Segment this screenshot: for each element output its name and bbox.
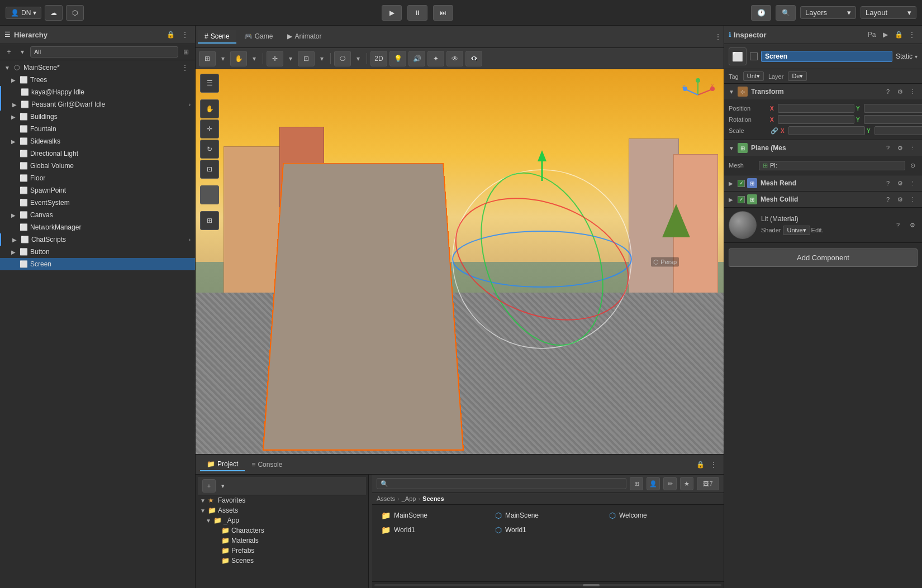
scale-link-icon[interactable]: 🔗 [770, 126, 779, 135]
tree-item-app[interactable]: ▼ 📁 _App [198, 515, 366, 525]
mesh-collider-checkbox[interactable]: ✓ [738, 196, 745, 203]
scene-tab-more-icon[interactable]: ⋮ [715, 33, 721, 41]
hierarchy-item-mainscene[interactable]: ▼ ⬡ MainScene* ⋮ [0, 61, 195, 74]
mesh-target-icon[interactable]: ⊙ [907, 160, 918, 170]
mesh-renderer-checkbox[interactable]: ✓ [738, 180, 745, 187]
breadcrumb-app[interactable]: _App [402, 495, 416, 502]
rotation-x-input[interactable] [778, 115, 854, 124]
hierarchy-item-chatscripts[interactable]: ▶ ⬜ ChatScripts › [0, 233, 195, 246]
rect-tool-button[interactable] [200, 185, 219, 204]
scene-tab-scene[interactable]: # Scene [198, 30, 236, 44]
hand-tool-button[interactable]: ✋ [200, 99, 219, 118]
project-file-mainscene-folder[interactable]: 📁 MainScene [377, 509, 488, 522]
scale-y-input[interactable] [875, 126, 922, 135]
transform-header[interactable]: ▼ ⊹ Transform ? ⚙ ⋮ [724, 84, 922, 99]
transform-more-icon[interactable]: ⋮ [907, 87, 918, 97]
hierarchy-search-input[interactable] [30, 46, 178, 58]
hierarchy-add-button[interactable]: + [3, 46, 15, 58]
project-tab[interactable]: 📁 Project [200, 458, 245, 471]
user-button[interactable]: 👤 DN ▾ [6, 7, 41, 19]
tool-dropdown-icon2[interactable]: ▾ [249, 51, 259, 66]
tree-item-assets[interactable]: ▼ 📁 Assets [198, 505, 366, 515]
scene-tool-effects[interactable]: ✦ [427, 51, 444, 66]
tool-dropdown-icon4[interactable]: ▾ [317, 51, 327, 66]
pause-button[interactable]: ⏸ [407, 5, 427, 21]
project-scrollbar[interactable] [372, 581, 724, 588]
inspector-pin-icon[interactable]: 🔒 [893, 29, 904, 40]
layers-dropdown[interactable]: Layers ▾ [800, 6, 856, 19]
mesh-collider-help-icon[interactable]: ? [883, 194, 893, 204]
scene-tool-2[interactable]: ✋ [230, 51, 247, 66]
layout-dropdown[interactable]: Layout ▾ [861, 6, 916, 19]
project-file-world1-unity[interactable]: ⬡ World1 [491, 524, 602, 536]
tool-dropdown-icon[interactable]: ▾ [218, 51, 228, 66]
material-edit-btn[interactable]: Edit. [812, 225, 823, 235]
hierarchy-item-screen[interactable]: ▶ ⬜ Screen [0, 258, 195, 270]
hierarchy-item-networkmanager[interactable]: ▶ ⬜ NetworkManager [0, 221, 195, 233]
project-file-world1-folder[interactable]: 📁 World1 [377, 524, 488, 536]
scene-tool-light[interactable]: 💡 [389, 51, 406, 66]
hierarchy-item-kaya[interactable]: ▶ ⬜ kaya@Happy Idle [0, 86, 195, 98]
breadcrumb-assets[interactable]: Assets [377, 495, 395, 502]
scene-tool-rect[interactable]: ⊡ [298, 51, 315, 66]
tree-item-prefabs[interactable]: ▶ 📁 Prefabs [198, 546, 366, 556]
mesh-collider-settings-icon[interactable]: ⚙ [895, 194, 905, 204]
inspector-active-checkbox[interactable] [750, 52, 758, 60]
scene-tool-eye2[interactable]: 👁‍🗨 [465, 51, 482, 66]
hierarchy-item-button[interactable]: ▶ ⬜ Button [0, 246, 195, 258]
mesh-renderer-more-icon[interactable]: ⋮ [907, 178, 918, 188]
project-icon-btn3[interactable]: ✏ [663, 477, 677, 490]
inspector-pa-icon[interactable]: Pa [866, 29, 877, 40]
tag-dropdown[interactable]: Unt▾ [743, 71, 764, 81]
mesh-renderer-help-icon[interactable]: ? [883, 178, 893, 188]
add-component-button[interactable]: Add Component [729, 248, 918, 267]
project-icon-btn1[interactable]: ⊞ [630, 477, 643, 490]
scene-tool-1[interactable]: ⊞ [199, 51, 216, 66]
scene-viewport[interactable]: ☰ ✋ ✛ ↻ ⊡ ⊞ ⬡ Persp [196, 69, 724, 454]
hierarchy-item-trees[interactable]: ▶ ⬜ Trees [0, 74, 195, 86]
material-settings-icon[interactable]: ⚙ [907, 220, 918, 230]
scene-tab-game[interactable]: 🎮 Game [237, 30, 280, 44]
play-button[interactable]: ▶ [382, 5, 402, 21]
hierarchy-item-sidewalks[interactable]: ▶ ⬜ Sidewalks [0, 135, 195, 147]
rotation-y-input[interactable] [864, 115, 922, 124]
material-help-icon[interactable]: ? [893, 220, 903, 230]
hierarchy-item-canvas[interactable]: ▶ ⬜ Canvas [0, 209, 195, 221]
scene-tool-audio[interactable]: 🔊 [408, 51, 425, 66]
hierarchy-item-fountain[interactable]: ▶ ⬜ Fountain [0, 123, 195, 135]
scene-tool-hidden[interactable]: 👁 [446, 51, 463, 66]
bottom-more-icon[interactable]: ⋮ [708, 459, 719, 470]
position-y-input[interactable] [864, 104, 922, 113]
hierarchy-item-buildings[interactable]: ▶ ⬜ Buildings [0, 111, 195, 123]
hierarchy-more-icon[interactable]: ⋮ [179, 29, 191, 40]
transform-settings-icon[interactable]: ⚙ [895, 87, 905, 97]
hierarchy-item-globalvol[interactable]: ▶ ⬜ Global Volume [0, 160, 195, 172]
hierarchy-item-floor[interactable]: ▶ ⬜ Floor [0, 172, 195, 184]
scale-x-input[interactable] [788, 126, 865, 135]
plane-mesh-settings-icon[interactable]: ⚙ [895, 143, 905, 153]
inspector-name-input[interactable] [761, 51, 892, 62]
scene-tab-animator[interactable]: ▶ Animator [281, 30, 328, 44]
project-icon-btn2[interactable]: 👤 [647, 477, 660, 490]
project-add-arrow-icon[interactable]: ▾ [219, 479, 227, 493]
mesh-renderer-header[interactable]: ▶ ✓ ⊞ Mesh Rend ? ⚙ ⋮ [724, 175, 922, 191]
project-search-input[interactable] [377, 478, 626, 489]
cloud-button[interactable]: ☁ [45, 5, 63, 21]
tree-item-materials[interactable]: ▶ 📁 Materials [198, 536, 366, 546]
inspector-more-icon[interactable]: ⋮ [906, 29, 918, 40]
console-tab[interactable]: ≡ Console [245, 458, 289, 471]
scene-tool-move[interactable]: ✛ [267, 51, 283, 66]
mesh-renderer-settings-icon[interactable]: ⚙ [895, 178, 905, 188]
hierarchy-search-icon[interactable]: ⊞ [180, 46, 192, 58]
plane-mesh-more-icon[interactable]: ⋮ [907, 143, 918, 153]
tree-item-scenes[interactable]: ▶ 📁 Scenes [198, 556, 366, 566]
mainscene-more-icon[interactable]: ⋮ [179, 62, 191, 73]
scene-tool-5[interactable]: ⎔ [334, 51, 351, 66]
plane-mesh-help-icon[interactable]: ? [883, 143, 893, 153]
plane-mesh-header[interactable]: ▼ ⊞ Plane (Mes ? ⚙ ⋮ [724, 140, 922, 156]
tree-item-characters[interactable]: ▶ 📁 Characters [198, 525, 366, 536]
scrollbar-thumb[interactable] [583, 584, 600, 586]
grid-tool-button[interactable]: ⊞ [200, 211, 219, 230]
shader-dropdown[interactable]: Unive▾ [783, 226, 810, 235]
transform-help-icon[interactable]: ? [883, 87, 893, 97]
